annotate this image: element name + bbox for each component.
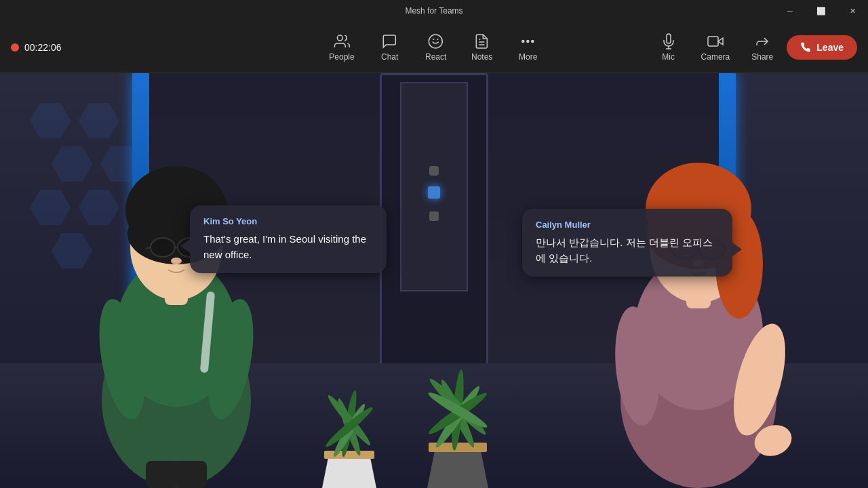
close-button[interactable]: ✕ bbox=[837, 0, 868, 22]
svg-point-8 bbox=[527, 40, 529, 42]
speech-bubble-kim: Kim So Yeon That's great, I'm in Seoul v… bbox=[190, 205, 387, 273]
svg-marker-53 bbox=[427, 447, 488, 488]
leave-phone-icon bbox=[800, 42, 811, 53]
window-title: Mesh for Teams bbox=[405, 6, 462, 16]
notes-icon bbox=[474, 33, 490, 49]
toolbar: 00:22:06 People Chat bbox=[0, 22, 868, 73]
leave-label: Leave bbox=[816, 42, 844, 53]
leave-button[interactable]: Leave bbox=[787, 35, 857, 60]
toolbar-center: People Chat React bbox=[318, 28, 549, 67]
camera-button[interactable]: Camera bbox=[693, 28, 738, 67]
door-panel bbox=[400, 82, 468, 291]
people-label: People bbox=[329, 52, 354, 62]
mic-button[interactable]: Mic bbox=[650, 28, 688, 67]
svg-point-9 bbox=[532, 40, 534, 42]
bubble-text-kim: That's great, I'm in Seoul visiting the … bbox=[203, 232, 373, 262]
avatar-kim-so-yeon bbox=[41, 75, 312, 488]
share-label: Share bbox=[751, 52, 773, 62]
titlebar: Mesh for Teams ─ ⬜ ✕ bbox=[0, 0, 868, 22]
svg-rect-29 bbox=[173, 461, 207, 488]
svg-point-20 bbox=[151, 238, 175, 257]
more-label: More bbox=[519, 52, 537, 62]
react-button[interactable]: React bbox=[414, 28, 458, 67]
chat-button[interactable]: Chat bbox=[368, 28, 412, 67]
speech-bubble-cailyn: Cailyn Muller 만나서 반갑습니다. 저는 더블린 오피스에 있습니… bbox=[522, 209, 732, 277]
react-label: React bbox=[425, 52, 446, 62]
bubble-name-cailyn: Cailyn Muller bbox=[536, 220, 719, 230]
mic-label: Mic bbox=[662, 52, 675, 62]
svg-marker-46 bbox=[322, 454, 376, 488]
window-controls: ─ ⬜ ✕ bbox=[774, 0, 868, 22]
notes-label: Notes bbox=[471, 52, 492, 62]
svg-point-0 bbox=[337, 35, 342, 41]
maximize-button[interactable]: ⬜ bbox=[806, 0, 837, 22]
bubble-text-cailyn: 만나서 반갑습니다. 저는 더블린 오피스에 있습니다. bbox=[536, 235, 719, 266]
camera-label: Camera bbox=[701, 52, 730, 62]
svg-point-7 bbox=[522, 40, 524, 42]
svg-point-25 bbox=[171, 258, 182, 264]
svg-rect-47 bbox=[324, 451, 374, 459]
door-light-bottom bbox=[429, 211, 439, 221]
minimize-button[interactable]: ─ bbox=[774, 0, 806, 22]
mic-icon bbox=[660, 33, 677, 49]
react-icon bbox=[428, 33, 444, 49]
recording-indicator: 00:22:06 bbox=[11, 42, 62, 53]
share-icon bbox=[754, 33, 770, 49]
chat-label: Chat bbox=[381, 52, 398, 62]
toolbar-right: Mic Camera Share Leave bbox=[650, 28, 857, 67]
door-light-top bbox=[429, 166, 439, 176]
people-icon bbox=[334, 33, 350, 49]
plant-left bbox=[312, 383, 387, 488]
more-icon bbox=[520, 33, 536, 49]
people-button[interactable]: People bbox=[318, 28, 365, 67]
more-button[interactable]: More bbox=[507, 28, 550, 67]
recording-dot bbox=[11, 43, 19, 52]
svg-rect-12 bbox=[708, 37, 718, 46]
notes-button[interactable]: Notes bbox=[460, 28, 504, 67]
avatar-cailyn-muller bbox=[556, 88, 841, 488]
svg-point-1 bbox=[429, 35, 443, 48]
plant-right bbox=[414, 363, 502, 488]
chat-icon bbox=[382, 33, 398, 49]
door-light-blue bbox=[428, 186, 440, 199]
camera-icon bbox=[707, 33, 724, 49]
main-scene: Kim So Yeon That's great, I'm in Seoul v… bbox=[0, 73, 868, 488]
bubble-name-kim: Kim So Yeon bbox=[203, 216, 373, 226]
recording-timer: 00:22:06 bbox=[24, 42, 62, 53]
share-button[interactable]: Share bbox=[743, 28, 781, 67]
